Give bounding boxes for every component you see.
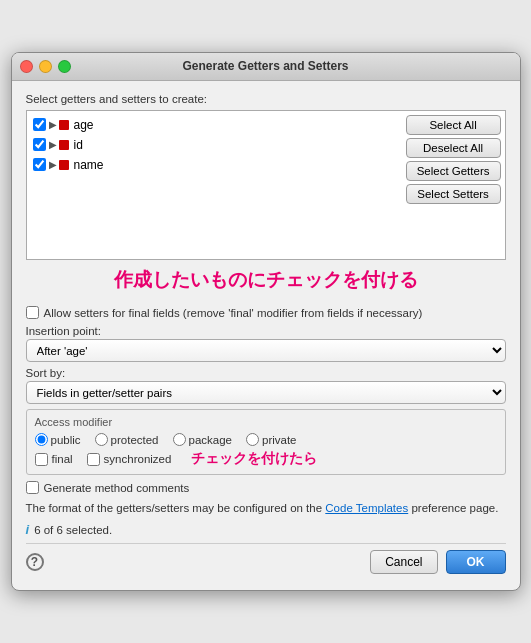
- expand-arrow-age[interactable]: ▶: [49, 119, 57, 130]
- tree-area: ▶ age ▶ id ▶ name Select All: [26, 110, 506, 260]
- annotation-check2: チェックを付けたら: [191, 450, 317, 468]
- insertion-point-label: Insertion point:: [26, 325, 506, 337]
- check-final-input[interactable]: [35, 453, 48, 466]
- radio-protected[interactable]: protected: [95, 433, 159, 446]
- allow-setters-label: Allow setters for final fields (remove '…: [44, 307, 423, 319]
- check-final-label: final: [52, 453, 73, 465]
- field-icon-age: [59, 120, 69, 130]
- field-icon-id: [59, 140, 69, 150]
- radio-package-input[interactable]: [173, 433, 186, 446]
- sort-by-select[interactable]: Fields in getter/setter pairs: [26, 381, 506, 404]
- check-row: final synchronized チェックを付けたら: [35, 450, 497, 468]
- radio-package[interactable]: package: [173, 433, 232, 446]
- tree-list: ▶ age ▶ id ▶ name: [27, 111, 394, 259]
- titlebar: Generate Getters and Setters: [12, 53, 520, 81]
- ok-button[interactable]: OK: [446, 550, 506, 574]
- button-row: ? Cancel OK: [26, 543, 506, 578]
- select-all-button[interactable]: Select All: [406, 115, 501, 135]
- tree-item-name-label: name: [74, 158, 104, 172]
- allow-setters-checkbox[interactable]: [26, 306, 39, 319]
- maximize-button[interactable]: [58, 60, 71, 73]
- info-icon: i: [26, 522, 30, 537]
- tree-item-id-label: id: [74, 138, 83, 152]
- minimize-button[interactable]: [39, 60, 52, 73]
- tree-item-name: ▶ name: [31, 155, 390, 175]
- radio-public-label: public: [51, 434, 81, 446]
- select-setters-button[interactable]: Select Setters: [406, 184, 501, 204]
- info-text-after: preference page.: [408, 502, 498, 514]
- radio-public-input[interactable]: [35, 433, 48, 446]
- insertion-point-select[interactable]: After 'age': [26, 339, 506, 362]
- generate-comments-label: Generate method comments: [44, 482, 190, 494]
- generate-comments-checkbox[interactable]: [26, 481, 39, 494]
- code-templates-link[interactable]: Code Templates: [325, 502, 408, 514]
- radio-public[interactable]: public: [35, 433, 81, 446]
- help-button[interactable]: ?: [26, 553, 44, 571]
- radio-protected-input[interactable]: [95, 433, 108, 446]
- radio-protected-label: protected: [111, 434, 159, 446]
- main-window: Generate Getters and Setters Select gett…: [11, 52, 521, 592]
- checkbox-age[interactable]: [33, 118, 46, 131]
- checkbox-id[interactable]: [33, 138, 46, 151]
- tree-buttons: Select All Deselect All Select Getters S…: [402, 111, 505, 259]
- radio-private-input[interactable]: [246, 433, 259, 446]
- window-title: Generate Getters and Setters: [182, 59, 348, 73]
- status-row: i 6 of 6 selected.: [26, 522, 506, 537]
- tree-item-age: ▶ age: [31, 115, 390, 135]
- check-synchronized[interactable]: synchronized: [87, 453, 172, 466]
- deselect-all-button[interactable]: Deselect All: [406, 138, 501, 158]
- check-synchronized-input[interactable]: [87, 453, 100, 466]
- radio-package-label: package: [189, 434, 232, 446]
- info-text: The format of the getters/setters may be…: [26, 500, 506, 517]
- checkbox-name[interactable]: [33, 158, 46, 171]
- radio-private[interactable]: private: [246, 433, 297, 446]
- select-getters-button[interactable]: Select Getters: [406, 161, 501, 181]
- generate-comments-row: Generate method comments: [26, 481, 506, 494]
- annotation-check: 作成したいものにチェックを付ける: [26, 260, 506, 301]
- check-synchronized-label: synchronized: [104, 453, 172, 465]
- access-modifier-title: Access modifier: [35, 416, 497, 428]
- section-label: Select getters and setters to create:: [26, 93, 506, 105]
- expand-arrow-id[interactable]: ▶: [49, 139, 57, 150]
- cancel-button[interactable]: Cancel: [370, 550, 437, 574]
- close-button[interactable]: [20, 60, 33, 73]
- radio-row: public protected package private: [35, 433, 497, 446]
- sort-by-label: Sort by:: [26, 367, 506, 379]
- insertion-point-row: Insertion point: After 'age': [26, 325, 506, 362]
- status-text: 6 of 6 selected.: [34, 524, 112, 536]
- tree-item-id: ▶ id: [31, 135, 390, 155]
- radio-private-label: private: [262, 434, 297, 446]
- expand-arrow-name[interactable]: ▶: [49, 159, 57, 170]
- sort-by-row: Sort by: Fields in getter/setter pairs: [26, 367, 506, 404]
- tree-item-age-label: age: [74, 118, 94, 132]
- access-modifier-box: Access modifier public protected package…: [26, 409, 506, 475]
- dialog-content: Select getters and setters to create: ▶ …: [12, 81, 520, 591]
- field-icon-name: [59, 160, 69, 170]
- traffic-lights: [20, 60, 71, 73]
- check-final[interactable]: final: [35, 453, 73, 466]
- allow-setters-row: Allow setters for final fields (remove '…: [26, 306, 506, 319]
- info-text-before: The format of the getters/setters may be…: [26, 502, 326, 514]
